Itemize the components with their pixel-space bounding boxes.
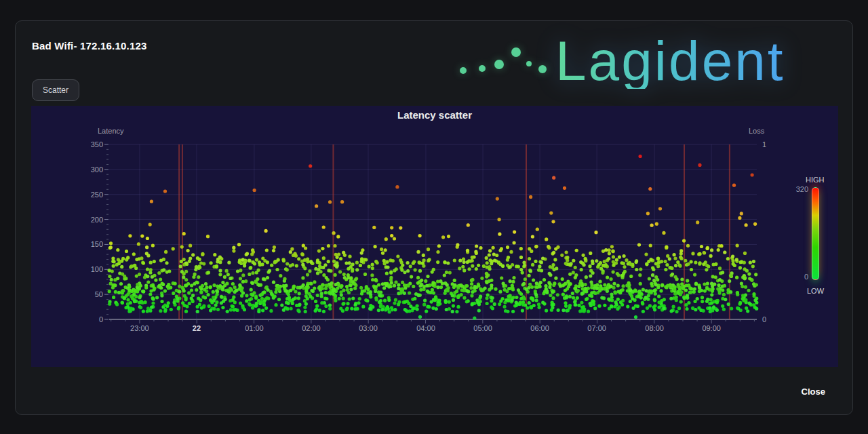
svg-text:05:00: 05:00 [473,324,492,332]
svg-text:07:00: 07:00 [587,324,606,332]
legend-min-value: 0 [791,273,808,281]
logo-text: Lagident [555,33,785,89]
svg-text:50: 50 [95,290,103,298]
svg-text:06:00: 06:00 [530,324,549,332]
color-legend: HIGH 320 0 LOW [791,176,852,318]
svg-text:0: 0 [99,315,103,323]
svg-text:150: 150 [91,240,103,248]
legend-max-value: 320 [791,185,808,193]
svg-text:100: 100 [91,265,103,273]
svg-text:1: 1 [762,140,766,149]
svg-text:04:00: 04:00 [416,324,435,332]
logo-dots-icon [454,43,555,83]
svg-text:03:00: 03:00 [359,324,378,332]
dialog-title: Bad Wifi- 172.16.10.123 [32,40,147,52]
svg-text:200: 200 [91,216,103,224]
tab-scatter[interactable]: Scatter [32,79,79,101]
svg-text:02:00: 02:00 [302,324,321,332]
close-button[interactable]: Close [802,387,825,397]
svg-text:09:00: 09:00 [702,324,721,332]
legend-low-label: LOW [807,287,824,295]
svg-text:23:00: 23:00 [130,324,149,332]
scatter-plot[interactable]: 0501001502002503003500123:002201:0002:00… [31,106,838,367]
latency-scatter-panel: Latency scatter Latency Loss 05010015020… [31,106,838,367]
legend-gradient-bar [812,187,819,280]
svg-text:08:00: 08:00 [645,324,664,332]
svg-text:250: 250 [91,191,103,199]
legend-high-label: HIGH [806,176,825,184]
svg-text:0: 0 [762,315,766,323]
dialog: Bad Wifi- 172.16.10.123 Scatter Lagident… [15,20,853,415]
svg-text:300: 300 [91,165,103,174]
svg-text:01:00: 01:00 [245,324,264,332]
svg-text:22: 22 [193,324,201,332]
svg-text:350: 350 [91,140,103,149]
